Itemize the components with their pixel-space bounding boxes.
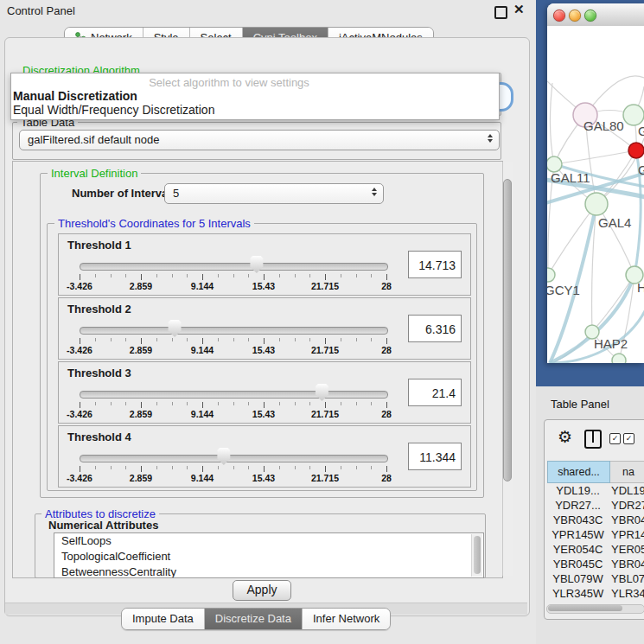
column-header-name[interactable]: na [610,461,644,483]
close-icon[interactable]: ✕ [513,2,525,17]
node-label: GCY1 [547,283,580,297]
table-data-combobox[interactable]: galFiltered.sif default node [19,130,500,150]
threshold-slider-thumb[interactable] [216,448,231,465]
attribute-item[interactable]: SelfLoops [54,533,483,549]
minimize-traffic-light-icon[interactable] [569,10,581,22]
slider-tick-label: -3.426 [54,409,105,419]
threshold-value-field[interactable]: 14.713 [408,251,462,278]
node-label: GAL11 [551,170,590,185]
tab-label: Discretize Data [215,609,291,629]
network-edge[interactable] [554,150,636,164]
bottom-tab-bar: Impute Data Discretize Data Infer Networ… [121,608,391,630]
threshold-slider-track[interactable] [80,455,388,462]
network-node[interactable] [547,268,555,282]
threshold-slider-thumb[interactable] [249,256,264,273]
list-scrollbar[interactable] [471,534,482,577]
network-view-canvas[interactable]: GAL80GALGGAL11GAL4GCY1HHAP2 [547,26,644,363]
threshold-slider-thumb[interactable] [315,384,329,401]
threshold-value-field[interactable]: 6.316 [408,315,462,342]
slider-tick-label: 15.43 [238,345,290,355]
attribute-item[interactable]: BetweennessCentrality [54,564,483,578]
table-row[interactable]: YDL19...YDL19 [547,483,644,498]
number-of-intervals-label: Number of Intervals [72,187,177,200]
combo-spinner-icon[interactable] [488,134,493,143]
dropdown-option-manual-discretization[interactable]: Manual Discretization [13,89,137,103]
slider-tick-labels: -3.4262.8599.14415.4321.71528 [59,345,470,355]
gear-icon[interactable]: ⚙ [558,429,572,446]
threshold-slider-thumb[interactable] [168,320,182,337]
threshold-slider-track[interactable] [80,327,388,335]
zoom-traffic-light-icon[interactable] [584,10,596,22]
network-node[interactable] [585,193,608,215]
table-panel-title: Table Panel [551,398,609,411]
table-row[interactable]: YBR045CYBR04 [547,557,644,571]
close-traffic-light-icon[interactable] [553,10,565,22]
node-label: GAL80 [583,118,624,133]
tab-label: Impute Data [132,609,194,629]
tab-label: Infer Network [313,609,379,629]
network-node[interactable] [612,354,626,363]
tab-infer-network[interactable]: Infer Network [303,609,390,629]
attribute-item[interactable]: TopologicalCoefficient [54,549,483,564]
threshold-slider-track[interactable] [80,391,388,399]
vertical-scrollbar-thumb[interactable] [503,179,512,481]
table-row[interactable]: YBR043CYBR04 [547,513,644,527]
table-row[interactable]: YDR27...YDR27 [547,498,644,513]
interval-definition-group-title: Interval Definition [48,167,141,180]
numerical-attributes-list[interactable]: SelfLoopsTopologicalCoefficientBetweenne… [54,532,484,578]
slider-tick-label: 2.859 [115,409,167,419]
horizontal-scrollbar-thumb[interactable] [548,605,622,611]
slider-tick-label: 2.859 [115,473,167,483]
network-canvas-svg: GAL80GALGGAL11GAL4GCY1HHAP2 [547,26,644,363]
dropdown-option-equal-width-frequency[interactable]: Equal Width/Frequency Discretization [13,103,214,117]
slider-tick-label: 9.144 [176,345,228,355]
threshold-list: Threshold 1 -3.4262.8599.14415.4321.7152… [58,233,471,489]
node-label: G [638,163,644,177]
network-edge[interactable] [592,275,634,332]
slider-tick-label: 15.43 [238,281,290,291]
slider-tick-labels: -3.4262.8599.14415.4321.71528 [59,409,470,419]
combo-spinner-icon[interactable] [372,188,377,196]
slider-tick-label: -3.426 [54,281,105,291]
threshold-value-field[interactable]: 11.344 [408,443,462,470]
table-row[interactable]: YPR145WYPR14 [547,527,644,542]
slider-tick-label: 2.859 [115,281,167,291]
slider-tick-label: 9.144 [176,409,228,419]
tab-impute-data[interactable]: Impute Data [122,609,205,629]
threshold-value-field[interactable]: 21.4 [408,379,462,406]
float-window-icon[interactable] [494,6,507,19]
threshold-label: Threshold 3 [67,367,131,379]
thresholds-group-title: Threshold's Coordinates for 5 Intervals [54,217,254,230]
checkbox-icon[interactable]: ✓ [609,433,621,444]
table-row[interactable]: YIL052CYIL05 [547,601,644,603]
threshold-panel: Threshold 3 -3.4262.8599.14415.4321.7152… [58,361,471,424]
slider-tick-label: 21.715 [299,473,351,483]
network-window-titlebar[interactable] [547,3,644,27]
column-header-shared-name[interactable]: shared... [547,461,610,483]
slider-tick-labels: -3.4262.8599.14415.4321.71528 [59,473,470,483]
apply-button[interactable]: Apply [233,580,291,601]
table-row[interactable]: YER054CYER05 [547,542,644,557]
network-node[interactable] [623,105,644,125]
threshold-panel: Threshold 1 -3.4262.8599.14415.4321.7152… [58,233,471,296]
network-node[interactable] [628,143,644,158]
table-header-row: shared... na [547,461,644,483]
threshold-slider-track[interactable] [80,263,388,271]
slider-tick-label: 9.144 [176,281,228,291]
list-scrollbar-thumb[interactable] [474,536,481,574]
slider-tick-label: 21.715 [299,345,351,355]
control-panel-titlebar: Control Panel ✕ [0,0,536,21]
checkbox-icon[interactable]: ✓ [623,433,634,444]
number-of-intervals-combobox[interactable]: 5 [164,183,384,204]
table-row[interactable]: YBL079WYBL07 [547,571,644,586]
tab-discretize-data[interactable]: Discretize Data [205,609,303,629]
table-rows: YDL19...YDL19YDR27...YDR27YBR043CYBR04YP… [547,483,644,603]
node-label: H [637,280,644,295]
node-label: GAL4 [598,215,631,230]
table-row[interactable]: YLR345WYLR34 [547,586,644,601]
slider-tick-label: 21.715 [299,409,351,419]
network-edge[interactable] [550,83,554,164]
column-layout-icon[interactable] [584,430,602,449]
threshold-panel: Threshold 2 -3.4262.8599.14415.4321.7152… [58,297,471,360]
table-data-value: galFiltered.sif default node [28,133,159,146]
